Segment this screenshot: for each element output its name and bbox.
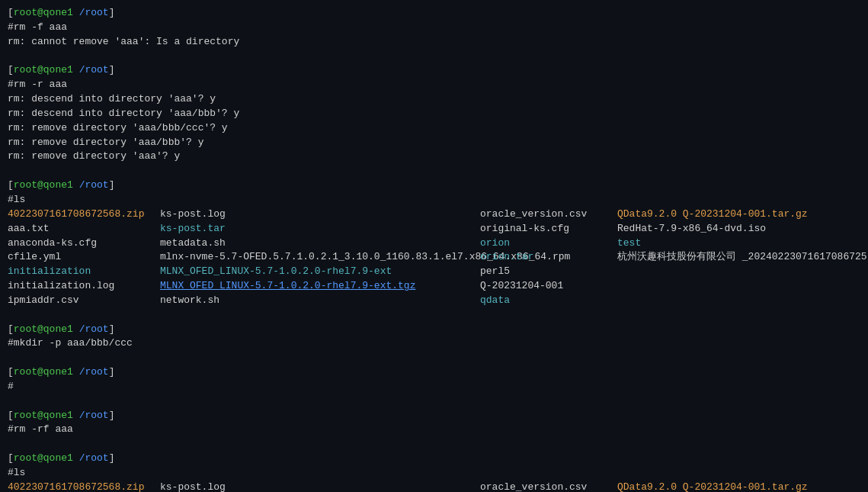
line-5: #rm -r aaa	[8, 78, 860, 92]
line-7: rm: descend into directory 'aaa/bbb'? y	[8, 107, 860, 121]
ls-row-3: anaconda-ks.cfgmetadata.shoriontest	[8, 236, 860, 251]
empty-4	[8, 351, 860, 365]
line-rmrf-prompt: [root@qone1 /root]	[8, 409, 860, 423]
line-ls2: #ls	[8, 466, 860, 481]
ls2-row-1: 4022307161708672568.zipks-post.logoracle…	[8, 481, 860, 492]
line-4: [root@qone1 /root]	[8, 63, 860, 78]
ls-row-6: initialization.logMLNX_OFED_LINUX-5.7-1.…	[8, 279, 860, 294]
line-ls2-prompt: [root@qone1 /root]	[8, 452, 860, 466]
line-2: #rm -f aaa	[8, 21, 860, 35]
line-8: rm: remove directory 'aaa/bbb/ccc'? y	[8, 121, 860, 136]
line-mkdir: #mkdir -p aaa/bbb/ccc	[8, 336, 860, 351]
line-6: rm: descend into directory 'aaa'? y	[8, 92, 860, 107]
line-mkdir-prompt: [root@qone1 /root]	[8, 323, 860, 337]
line-12: #ls	[8, 193, 860, 207]
terminal: [root@qone1 /root] #rm -f aaa rm: cannot…	[8, 6, 860, 492]
line-hash: #	[8, 380, 860, 394]
ls-row-1: 4022307161708672568.zipks-post.logoracle…	[8, 207, 860, 222]
empty-6	[8, 437, 860, 452]
ls-row-4: cfile.ymlmlnx-nvme-5.7-OFED.5.7.1.0.2.1_…	[8, 250, 860, 265]
line-1: [root@qone1 /root]	[8, 6, 860, 21]
empty-5	[8, 394, 860, 409]
line-9: rm: remove directory 'aaa/bbb'? y	[8, 136, 860, 150]
empty-2	[8, 164, 860, 178]
line-11: [root@qone1 /root]	[8, 178, 860, 193]
line-empty-prompt: [root@qone1 /root]	[8, 365, 860, 380]
line-3: rm: cannot remove 'aaa': Is a directory	[8, 35, 860, 50]
ls-row-2: aaa.txtks-post.taroriginal-ks.cfgRedHat-…	[8, 222, 860, 236]
line-rmrf: #rm -rf aaa	[8, 423, 860, 437]
empty-3	[8, 308, 860, 323]
ls-row-7: ipmiaddr.csvnetwork.shqdata	[8, 294, 860, 308]
line-10: rm: remove directory 'aaa'? y	[8, 150, 860, 164]
ls-row-5: initializationMLNX_OFED_LINUX-5.7-1.0.2.…	[8, 265, 860, 279]
empty-1	[8, 50, 860, 64]
